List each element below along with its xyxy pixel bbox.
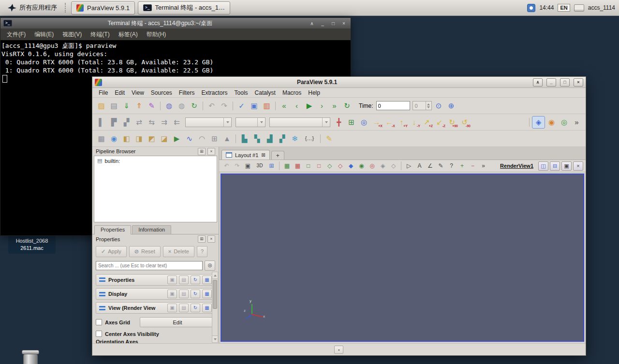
close-panel-icon[interactable]: × [207, 235, 215, 243]
copy-section-icon[interactable]: ▣ [167, 304, 177, 312]
clock-text[interactable]: 14:44 [539, 4, 554, 11]
calculator-icon[interactable]: ▦ [95, 133, 107, 145]
restore-defaults-icon[interactable]: ↻ [191, 304, 200, 312]
desktop-file-label[interactable]: Hostlist_2068 2611.mac [8, 236, 56, 254]
menu-item[interactable]: Filters [176, 89, 198, 96]
warp-by-vector-icon[interactable]: ◠ [196, 133, 208, 145]
paraview-maximize-button[interactable]: □ [560, 78, 570, 87]
restore-defaults-icon[interactable]: ↻ [191, 276, 200, 284]
paraview-shade-button[interactable]: ∧ [533, 78, 543, 87]
axes-grid-checkbox[interactable] [96, 319, 102, 325]
save-defaults-icon[interactable]: ▦ [202, 290, 212, 298]
menu-item[interactable]: Help [305, 89, 324, 96]
component-combo[interactable] [236, 117, 265, 127]
delete-button[interactable]: ×Delete [163, 246, 194, 257]
terminal-maximize-button[interactable]: □ [329, 20, 337, 27]
shrink-selection-icon[interactable]: − [468, 161, 478, 171]
stream-tracer-icon[interactable]: ∿ [183, 133, 195, 145]
edit-macro-icon[interactable]: ✎ [323, 133, 335, 145]
taskbar-item-terminal[interactable]: >_ Terminal 终端 - accs_1… [138, 1, 230, 15]
server-connect-icon[interactable]: ◍ [163, 100, 175, 112]
reset-button[interactable]: ⊘Reset [129, 246, 161, 257]
section-view[interactable]: View (Render View ▣▤↻▦ [96, 302, 215, 314]
extract-subset-icon[interactable]: ◪ [158, 133, 170, 145]
select-points-on-icon[interactable]: ▦ [293, 161, 303, 171]
paraview-minimize-button[interactable]: _ [546, 78, 556, 87]
set-view-plus-z-icon[interactable]: ↗+Z [421, 116, 433, 128]
menu-item[interactable]: 文件(F) [2, 30, 30, 39]
keyboard-layout-icon[interactable] [574, 4, 584, 12]
menu-item[interactable]: Extractors [198, 89, 231, 96]
menu-item[interactable]: File [95, 89, 111, 96]
pipeline-tree[interactable]: ▤ builtin: [94, 156, 217, 222]
menu-item[interactable]: Edit [111, 89, 128, 96]
zoom-to-data-icon[interactable]: ⊞ [345, 116, 357, 128]
temporal-interpolator-icon[interactable]: ❄ [289, 133, 301, 145]
select-cells-rectangle-icon[interactable]: □ [303, 161, 313, 171]
apply-button[interactable]: ✓Apply [96, 246, 127, 257]
zoom-closest-icon[interactable]: ⊕ [445, 100, 457, 112]
applications-menu-button[interactable]: 所有应用程序 [4, 2, 61, 13]
first-frame-icon[interactable]: « [278, 100, 290, 112]
section-display[interactable]: Display ▣▤↻▦ [96, 288, 215, 300]
copy-section-icon[interactable]: ▣ [167, 290, 177, 298]
load-state-icon[interactable]: ⇓ [120, 100, 133, 112]
reset-camera-closest-icon[interactable]: ◎ [358, 116, 370, 128]
previous-frame-icon[interactable]: ‹ [291, 100, 303, 112]
render-view-name[interactable]: RenderView1 [500, 163, 533, 169]
interactive-select-cells-icon[interactable]: ◉ [356, 161, 367, 171]
slice-icon[interactable]: ◨ [133, 133, 145, 145]
set-view-plus-x-icon[interactable]: →+X [370, 116, 383, 128]
split-vertical-icon[interactable]: ⊟ [550, 161, 560, 171]
close-layout-tab-icon[interactable]: ⊠ [261, 152, 265, 158]
contour-icon[interactable]: ◉ [108, 133, 120, 145]
rescale-custom-range-icon[interactable]: ⇆ [146, 116, 158, 128]
terminal-minimize-button[interactable]: _ [319, 20, 326, 27]
new-layout-tab-button[interactable]: + [271, 151, 284, 160]
language-indicator[interactable]: EN [558, 4, 570, 12]
help-button[interactable]: ? [197, 246, 207, 257]
zoom-box-icon[interactable]: ⊞ [266, 161, 277, 171]
pick-center-icon[interactable]: ◎ [558, 116, 570, 128]
hover-points-icon[interactable]: ◇ [388, 161, 398, 171]
redo-icon[interactable]: ↷ [218, 100, 230, 112]
terminal-titlebar[interactable]: >_ Terminal 终端 - accs_1114@gpu3:~/桌面 ∧ _… [0, 18, 351, 29]
undock-panel-icon[interactable]: ⊞ [198, 148, 206, 155]
center-axes-checkbox[interactable] [96, 331, 102, 337]
undock-panel-icon[interactable]: ⊞ [198, 235, 206, 243]
close-panel-icon[interactable]: × [207, 148, 215, 155]
use-separate-color-map-icon[interactable]: ▞ [120, 116, 133, 128]
tab-information[interactable]: Information [132, 225, 171, 234]
frame-spinbox[interactable]: 0 [413, 101, 432, 110]
copy-section-icon[interactable]: ▣ [167, 276, 177, 284]
maximize-view-icon[interactable]: ▣ [561, 161, 572, 171]
toggle-color-legend-icon[interactable]: ▌ [95, 116, 107, 128]
paste-section-icon[interactable]: ▤ [179, 276, 189, 284]
tab-properties[interactable]: Properties [94, 225, 131, 234]
search-options-gear-icon[interactable]: ⊛ [205, 261, 215, 271]
set-view-minus-z-icon[interactable]: ↙-Z [433, 116, 445, 128]
representation-combo[interactable] [269, 117, 330, 127]
glyph-icon[interactable]: ▶ [171, 133, 183, 145]
select-cells-on-icon[interactable]: ▦ [282, 161, 292, 171]
next-frame-icon[interactable]: › [316, 100, 328, 112]
select-points-polygon-icon[interactable]: ◇ [335, 161, 345, 171]
properties-scrollbar[interactable] [212, 272, 218, 343]
paste-section-icon[interactable]: ▤ [179, 290, 189, 298]
rescale-temporal-range-icon[interactable]: ⇉ [158, 116, 170, 128]
pipeline-item-builtin[interactable]: ▤ builtin: [94, 156, 217, 165]
auto-apply-icon[interactable]: ✓ [236, 100, 248, 112]
menu-item[interactable]: 帮助(H) [142, 30, 171, 39]
menu-item[interactable]: 编辑(E) [30, 30, 58, 39]
interaction-mode-icon[interactable]: A [414, 161, 425, 171]
menu-item[interactable]: 视图(V) [58, 30, 86, 39]
menu-item[interactable]: View [128, 89, 147, 96]
show-orientation-axes-icon[interactable]: ◈ [532, 116, 545, 129]
zoom-to-box-icon[interactable]: ⊙ [433, 100, 445, 112]
spinbox-arrows[interactable] [426, 102, 431, 110]
menu-item[interactable]: Catalyst [251, 89, 279, 96]
pick-icon[interactable]: ▷ [404, 161, 414, 171]
menu-item[interactable]: Macros [279, 89, 305, 96]
axes-grid-edit-button[interactable]: Edit [140, 317, 215, 327]
terminal-close-button[interactable]: × [340, 20, 348, 27]
